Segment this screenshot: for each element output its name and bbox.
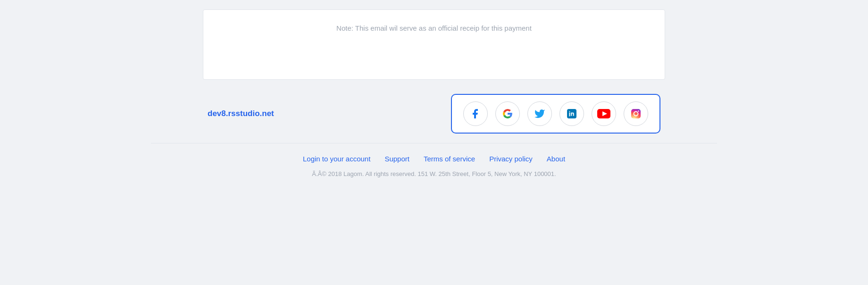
google-icon-button[interactable] <box>495 101 520 126</box>
youtube-icon-button[interactable] <box>592 101 616 126</box>
payment-card: Note: This email wil serve as an officia… <box>203 9 665 80</box>
linkedin-icon-button[interactable] <box>559 101 584 126</box>
support-link[interactable]: Support <box>384 155 409 163</box>
facebook-icon-button[interactable] <box>463 101 488 126</box>
about-link[interactable]: About <box>547 155 565 163</box>
social-icons-box <box>451 94 660 134</box>
brand-link[interactable]: dev8.rsstudio.net <box>208 109 274 118</box>
payment-note: Note: This email wil serve as an officia… <box>222 19 646 60</box>
privacy-link[interactable]: Privacy policy <box>489 155 533 163</box>
footer-nav: Login to your account Support Terms of s… <box>303 155 565 163</box>
svg-rect-3 <box>631 109 641 118</box>
login-link[interactable]: Login to your account <box>303 155 370 163</box>
terms-link[interactable]: Terms of service <box>424 155 475 163</box>
footer-brand-social-row: dev8.rsstudio.net <box>203 94 665 134</box>
footer-divider <box>151 143 717 143</box>
copyright-text: Ã.Â© 2018 Lagom. All rights reserved. 15… <box>312 170 556 177</box>
svg-point-5 <box>638 110 639 111</box>
twitter-icon-button[interactable] <box>527 101 552 126</box>
instagram-icon-button[interactable] <box>624 101 648 126</box>
